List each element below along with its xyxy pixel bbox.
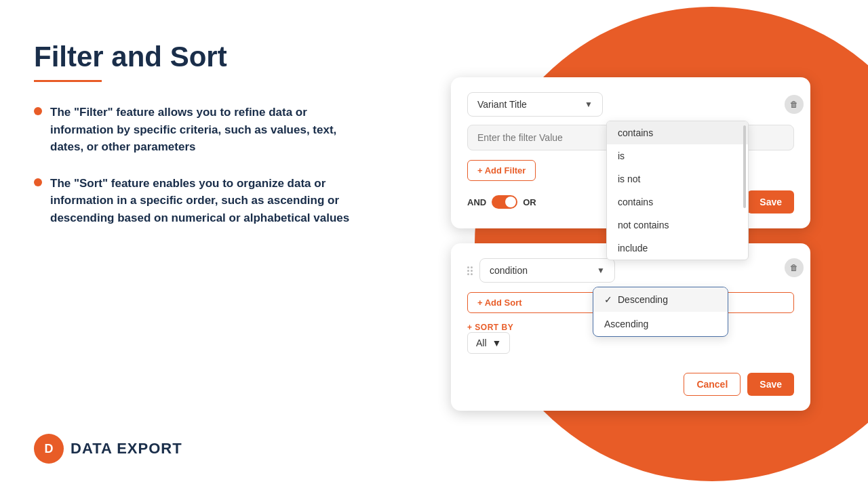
bullet-text-sort: The "Sort" feature enables you to organi… <box>50 175 359 227</box>
toggle-switch[interactable] <box>492 195 517 209</box>
drag-dot <box>471 273 473 275</box>
chevron-down-icon: ▼ <box>597 266 605 275</box>
cards-container: Variant Title ▼ contains is is not conta… <box>437 57 824 431</box>
drag-dot <box>467 266 469 268</box>
sort-select-label: condition <box>490 265 528 276</box>
logo-icon: D <box>34 434 64 464</box>
sort-descending-item[interactable]: ✓ Descending <box>593 287 728 312</box>
title-underline <box>34 80 102 82</box>
sort-field-select[interactable]: condition ▼ <box>479 258 615 283</box>
sort-by-value: All <box>476 338 487 348</box>
dropdown-item-contains1[interactable]: contains <box>607 121 748 144</box>
sort-cancel-button[interactable]: Cancel <box>684 373 741 396</box>
dropdown-scrollbar <box>743 125 746 208</box>
right-panel: Variant Title ▼ contains is is not conta… <box>393 0 868 488</box>
filter-card: Variant Title ▼ contains is is not conta… <box>451 77 810 228</box>
filter-row: Variant Title ▼ contains is is not conta… <box>467 92 794 117</box>
sort-save-button[interactable]: Save <box>747 373 794 396</box>
sort-action-buttons: Cancel Save <box>684 373 794 396</box>
list-item: The "Sort" feature enables you to organi… <box>34 175 359 227</box>
dropdown-item-contains2[interactable]: contains <box>607 190 748 214</box>
sort-ascending-item[interactable]: Ascending <box>593 312 728 336</box>
page-title: Filter and Sort <box>34 41 359 73</box>
filter-condition-dropdown[interactable]: contains is is not contains not contains… <box>606 121 749 260</box>
sort-by-select[interactable]: All ▼ <box>467 332 510 354</box>
select-label: Variant Title <box>477 99 527 110</box>
sort-card: condition ▼ ✓ Descending Ascending 🗑 <box>451 243 810 411</box>
filter-save-button[interactable]: Save <box>747 190 794 214</box>
sort-row: condition ▼ ✓ Descending Ascending 🗑 <box>467 258 794 283</box>
drag-dot <box>471 270 473 272</box>
chevron-down-icon: ▼ <box>492 338 502 348</box>
drag-dot <box>471 266 473 268</box>
dropdown-item-isnot[interactable]: is not <box>607 167 748 190</box>
drag-dot <box>467 273 469 275</box>
logo-area: D DATA EXPORT <box>34 434 182 464</box>
delete-filter-icon[interactable]: 🗑 <box>785 95 804 114</box>
delete-sort-icon[interactable]: 🗑 <box>785 258 804 277</box>
descending-label: Descending <box>618 294 668 305</box>
drag-dot-row <box>467 270 473 272</box>
bullet-dot <box>34 178 42 186</box>
ascending-label: Ascending <box>604 319 648 329</box>
logo-text: DATA EXPORT <box>71 440 182 458</box>
dropdown-item-is[interactable]: is <box>607 144 748 167</box>
add-filter-button[interactable]: + Add Filter <box>467 160 536 181</box>
dropdown-item-include[interactable]: include <box>607 237 748 260</box>
bullet-list: The "Filter" feature allows you to refin… <box>34 104 359 226</box>
sort-bottom-row: Cancel Save <box>467 373 794 396</box>
or-label: OR <box>523 197 536 207</box>
list-item: The "Filter" feature allows you to refin… <box>34 104 359 156</box>
and-label: AND <box>467 197 486 207</box>
checkmark-icon: ✓ <box>604 294 612 305</box>
drag-dot-row <box>467 273 473 275</box>
sort-order-dropdown[interactable]: ✓ Descending Ascending <box>593 287 728 337</box>
dropdown-item-notcontains[interactable]: not contains <box>607 214 748 237</box>
drag-handle-icon[interactable] <box>467 266 473 275</box>
bullet-text-filter: The "Filter" feature allows you to refin… <box>50 104 359 156</box>
chevron-down-icon: ▼ <box>585 100 593 109</box>
left-panel: Filter and Sort The "Filter" feature all… <box>0 0 393 488</box>
bullet-dot <box>34 107 42 115</box>
drag-dot <box>467 270 469 272</box>
and-or-toggle: AND OR <box>467 195 536 209</box>
variant-title-select[interactable]: Variant Title ▼ <box>467 92 603 117</box>
drag-dot-row <box>467 266 473 268</box>
